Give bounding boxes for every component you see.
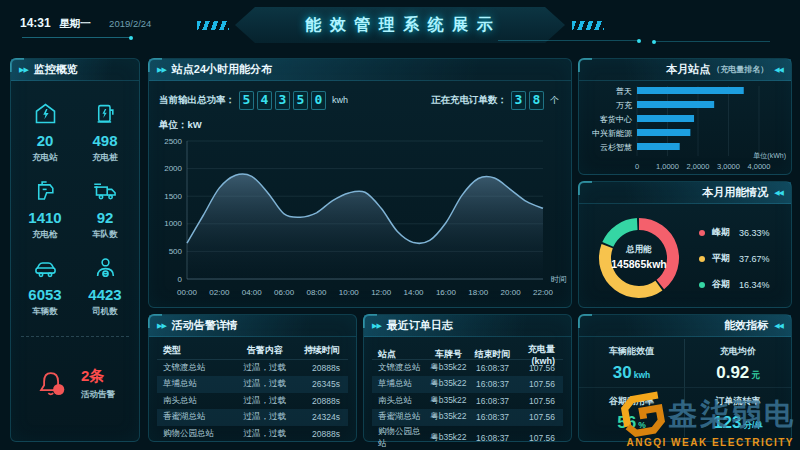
kpi-value: 0.92元 bbox=[716, 364, 760, 381]
svg-text:时间: 时间 bbox=[551, 275, 567, 284]
legend-value: 36.33% bbox=[739, 228, 770, 238]
deco-line bbox=[498, 40, 638, 41]
table-cell: 16:08:37 bbox=[470, 396, 515, 406]
stat-charging-guns: 1410 充电枪 bbox=[28, 177, 61, 241]
table-cell: 南头总站 bbox=[157, 395, 234, 407]
svg-text:06:00: 06:00 bbox=[274, 288, 295, 297]
table-row: 香蜜湖总站 过温，过载 24324s bbox=[157, 409, 348, 426]
legend-dot bbox=[699, 282, 705, 288]
table-cell: 草埔总站 bbox=[372, 378, 427, 390]
deco-line bbox=[22, 37, 130, 38]
table-cell: 24324s bbox=[296, 412, 348, 422]
headline-stats: 当前输出总功率： 5 4 3 5 0 kwh 正在充电订单数： 3 8 个 bbox=[159, 89, 559, 111]
charging-pile-icon bbox=[92, 100, 119, 127]
legend-dot bbox=[699, 256, 705, 262]
table-cell: 香蜜湖总站 bbox=[157, 411, 234, 423]
svg-text:2500: 2500 bbox=[164, 137, 182, 146]
double-arrow-left-icon: ◀◀ bbox=[774, 66, 783, 74]
table-cell: 107.56 bbox=[515, 412, 563, 422]
stat-fleets: 92 车队数 bbox=[92, 177, 119, 241]
double-arrow-right-icon: ▶▶ bbox=[157, 322, 166, 330]
table-cell: 107.56 bbox=[515, 433, 563, 443]
orders-label: 正在充电订单数： bbox=[431, 94, 507, 107]
svg-text:00:00: 00:00 bbox=[177, 288, 198, 297]
svg-text:0: 0 bbox=[178, 275, 183, 284]
table-cell: 16:08:37 bbox=[470, 363, 515, 373]
stat-value: 6053 bbox=[28, 286, 61, 303]
digit-box: 4 bbox=[257, 91, 272, 110]
table-row: 草埔总站 粤b35k22 16:08:37 107.56 bbox=[372, 376, 563, 393]
table-cell: 16:08:37 bbox=[470, 379, 515, 389]
panel-title-bar: ▶▶ 活动告警详情 bbox=[149, 315, 356, 337]
svg-text:单位(kWh): 单位(kWh) bbox=[753, 152, 786, 160]
svg-text:2000: 2000 bbox=[164, 164, 182, 173]
panel-title: 本月站点 bbox=[666, 62, 710, 77]
double-arrow-left-icon: ◀◀ bbox=[774, 189, 783, 197]
panel-title-bar: ▶▶ 监控概览 bbox=[11, 59, 139, 81]
digit-box: 5 bbox=[293, 91, 308, 110]
svg-text:3,0000: 3,0000 bbox=[717, 162, 740, 171]
table-cell: 26345s bbox=[296, 379, 348, 389]
table-cell: 107.56 bbox=[515, 363, 563, 373]
watermark-en-text: ANGQI WEAK ELECTRICITY bbox=[627, 437, 796, 448]
svg-text:客货中心: 客货中心 bbox=[600, 115, 632, 124]
energy-area-chart: 0500100015002000250000:0002:0004:0006:00… bbox=[153, 135, 569, 303]
svg-text:云杉智慧: 云杉智慧 bbox=[600, 143, 632, 152]
table-cell: 过温，过载 bbox=[234, 428, 296, 440]
table-row: 南头总站 粤b35k22 16:08:37 107.56 bbox=[372, 393, 563, 410]
svg-text:08:00: 08:00 bbox=[306, 288, 327, 297]
stripes-icon bbox=[572, 21, 604, 30]
svg-text:14:00: 14:00 bbox=[404, 288, 425, 297]
stat-value: 4423 bbox=[88, 286, 121, 303]
table-cell: 文锦渡总站 bbox=[157, 362, 234, 374]
table-cell: 16:08:37 bbox=[470, 433, 515, 443]
charging-orders-count: 正在充电订单数： 3 8 个 bbox=[431, 91, 559, 110]
legend-dot bbox=[699, 230, 705, 236]
table-row: 香蜜湖总站 粤b35k22 16:08:37 107.56 bbox=[372, 409, 563, 426]
kpi-label: 车辆能效值 bbox=[609, 345, 654, 358]
svg-text:1000: 1000 bbox=[164, 219, 182, 228]
table-row: 购物公园总站 粤b35k22 16:08:37 107.56 bbox=[372, 426, 563, 443]
power-label: 当前输出总功率： bbox=[159, 94, 235, 107]
legend-item: 谷期 16.34% bbox=[699, 278, 770, 291]
stat-label: 车辆数 bbox=[32, 306, 58, 318]
stat-vehicles: 6053 车辆数 bbox=[28, 254, 61, 318]
watermark-cn-text: 盎柒弱电 bbox=[668, 395, 796, 435]
order-log-panel: ▶▶ 最近订单日志 站点 车牌号 结束时间 充电量(kwh) 文锦渡总站 粤b3… bbox=[363, 314, 572, 442]
column-header: 站点 bbox=[372, 348, 427, 361]
panel-title: 站点24小时用能分布 bbox=[172, 62, 272, 77]
alarm-detail-panel: ▶▶ 活动告警详情 类型 告警内容 持续时间 文锦渡总站 过温，过载 20888… bbox=[148, 314, 357, 442]
svg-text:1500: 1500 bbox=[164, 192, 182, 201]
legend-value: 37.67% bbox=[739, 254, 770, 264]
table-cell: 107.56 bbox=[515, 396, 563, 406]
table-cell: 南头总站 bbox=[372, 395, 427, 407]
orders-digits: 3 8 bbox=[511, 91, 544, 110]
digit-box: 3 bbox=[511, 91, 526, 110]
legend-label: 峰期 bbox=[712, 226, 730, 239]
svg-text:20:00: 20:00 bbox=[501, 288, 522, 297]
svg-text:22:00: 22:00 bbox=[533, 288, 554, 297]
title-banner: 能 效 管 理 系 统 展 示 bbox=[235, 7, 565, 43]
table-cell: 20888s bbox=[296, 396, 348, 406]
driver-icon bbox=[92, 254, 119, 281]
double-arrow-right-icon: ▶▶ bbox=[372, 322, 381, 330]
stat-label: 充电桩 bbox=[92, 152, 118, 164]
svg-text:4,0000: 4,0000 bbox=[748, 162, 771, 171]
table-cell: 粤b35k22 bbox=[427, 411, 470, 423]
table-cell: 粤b35k22 bbox=[427, 362, 470, 374]
kpi-vehicle-efficiency: 车辆能效值 30kwh bbox=[579, 339, 685, 388]
table-cell: 粤b35k22 bbox=[427, 378, 470, 390]
order-table: 站点 车牌号 结束时间 充电量(kwh) 文锦渡总站 粤b35k22 16:08… bbox=[372, 343, 563, 435]
weekday: 星期一 bbox=[59, 17, 91, 29]
svg-text:中兴新能源: 中兴新能源 bbox=[592, 129, 633, 138]
alarm-count: 2条 bbox=[81, 367, 115, 386]
panel-subtitle: （充电量排名） bbox=[712, 64, 768, 75]
table-row: 购物公园总站 过温，过载 20888s bbox=[157, 426, 348, 443]
svg-text:04:00: 04:00 bbox=[242, 288, 263, 297]
stat-label: 充电站 bbox=[32, 152, 58, 164]
page-title: 能 效 管 理 系 统 展 示 bbox=[305, 15, 494, 36]
panel-title: 本月用能情况 bbox=[702, 185, 768, 200]
stat-value: 20 bbox=[37, 132, 54, 149]
stat-grid: 20 充电站 498 充电桩 1410 充电枪 bbox=[15, 93, 135, 325]
watermark: 盎柒弱电 ANGQI WEAK ELECTRICITY bbox=[616, 389, 796, 448]
